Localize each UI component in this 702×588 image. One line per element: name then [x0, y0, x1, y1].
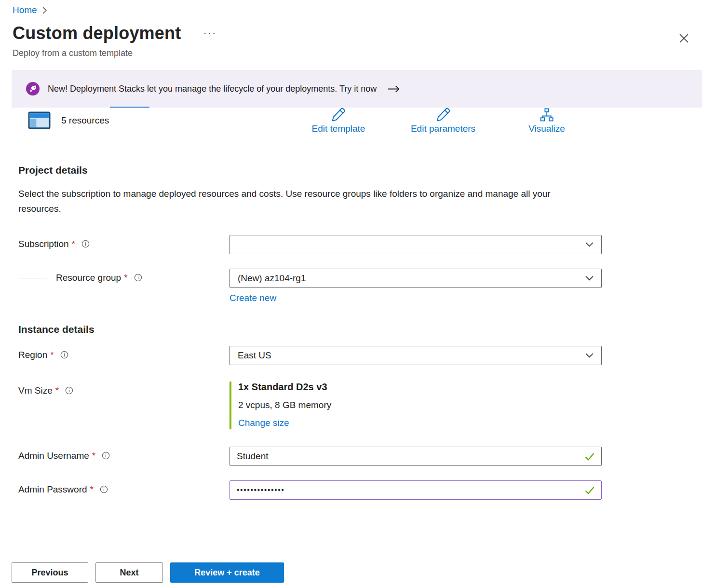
page-title: Custom deployment: [13, 23, 181, 43]
region-dropdown[interactable]: East US: [230, 346, 602, 365]
required-marker: *: [124, 273, 127, 283]
info-icon[interactable]: [134, 273, 142, 282]
more-options-button[interactable]: ···: [203, 28, 216, 39]
template-icon: [28, 111, 51, 129]
hierarchy-connector-line: [20, 256, 47, 278]
subscription-row: Subscription *: [18, 235, 702, 254]
required-marker: *: [90, 484, 94, 495]
project-details-description: Select the subscription to manage deploy…: [18, 187, 573, 217]
subscription-label: Subscription: [18, 239, 69, 249]
info-icon[interactable]: [60, 351, 68, 359]
rocket-icon: [26, 82, 40, 96]
breadcrumb: Home: [0, 0, 702, 15]
valid-check-icon: [584, 452, 595, 463]
admin-password-input[interactable]: [230, 480, 602, 500]
info-icon[interactable]: [100, 485, 108, 493]
info-icon[interactable]: [102, 451, 110, 460]
admin-username-row: Admin Username *: [18, 447, 702, 466]
pencil-icon: [436, 108, 450, 122]
chevron-down-icon: [585, 275, 594, 281]
info-icon[interactable]: [81, 240, 90, 248]
vm-size-selection: 1x Standard D2s v3: [238, 382, 602, 393]
org-chart-icon: [540, 108, 554, 122]
project-details-heading: Project details: [18, 164, 702, 176]
previous-button[interactable]: Previous: [12, 562, 88, 583]
visualize-label: Visualize: [528, 123, 565, 134]
deployment-stacks-banner[interactable]: New! Deployment Stacks let you manage th…: [12, 70, 702, 108]
vm-size-label: Vm Size: [18, 385, 53, 396]
required-marker: *: [55, 385, 59, 396]
required-marker: *: [92, 451, 95, 461]
vm-size-specs: 2 vcpus, 8 GB memory: [238, 400, 602, 410]
resource-group-value: (New) az104-rg1: [238, 273, 306, 284]
title-row: Custom deployment ···: [13, 23, 702, 43]
chevron-right-icon: [42, 7, 47, 14]
valid-check-icon: [584, 486, 595, 496]
vm-size-row: Vm Size * 1x Standard D2s v3 2 vcpus, 8 …: [18, 382, 702, 429]
clipped-link-fragment: [110, 107, 149, 108]
arrow-right-icon[interactable]: [388, 85, 400, 93]
page-subtitle: Deploy from a custom template: [13, 48, 702, 58]
admin-password-row: Admin Password *: [18, 480, 702, 500]
resource-group-row: Resource group * (New) az104-rg1 Create …: [18, 269, 702, 303]
edit-parameters-button[interactable]: Edit parameters: [411, 108, 475, 134]
breadcrumb-home-link[interactable]: Home: [13, 5, 37, 15]
edit-template-label: Edit template: [312, 123, 365, 134]
chevron-down-icon: [585, 242, 594, 247]
admin-username-input[interactable]: [230, 447, 602, 466]
chevron-down-icon: [585, 353, 594, 358]
info-icon[interactable]: [65, 386, 73, 395]
required-marker: *: [50, 350, 54, 360]
review-create-button[interactable]: Review + create: [170, 562, 284, 583]
template-summary-bar: 5 resources Edit template Edit parameter…: [0, 108, 702, 144]
template-summary: 5 resources: [28, 111, 109, 129]
visualize-button[interactable]: Visualize: [528, 108, 565, 134]
resource-group-label: Resource group: [56, 273, 121, 283]
next-button[interactable]: Next: [95, 562, 163, 583]
banner-message: New! Deployment Stacks let you manage th…: [48, 84, 377, 94]
create-new-link[interactable]: Create new: [230, 293, 276, 303]
resource-group-dropdown[interactable]: (New) az104-rg1: [230, 269, 602, 288]
required-marker: *: [72, 239, 75, 249]
wizard-footer: Previous Next Review + create: [12, 562, 284, 583]
region-label: Region: [18, 350, 47, 360]
vm-size-summary: 1x Standard D2s v3 2 vcpus, 8 GB memory …: [230, 382, 602, 429]
close-icon[interactable]: [677, 32, 690, 47]
instance-details-heading: Instance details: [18, 324, 702, 335]
pencil-icon: [331, 108, 346, 122]
admin-username-label: Admin Username: [18, 451, 89, 461]
edit-parameters-label: Edit parameters: [411, 123, 475, 134]
region-row: Region * East US: [18, 346, 702, 365]
admin-password-label: Admin Password: [18, 484, 87, 495]
region-value: East US: [238, 350, 271, 361]
subscription-dropdown[interactable]: [230, 235, 602, 254]
edit-template-button[interactable]: Edit template: [312, 108, 365, 134]
resource-count: 5 resources: [61, 115, 109, 126]
change-size-link[interactable]: Change size: [238, 418, 289, 428]
